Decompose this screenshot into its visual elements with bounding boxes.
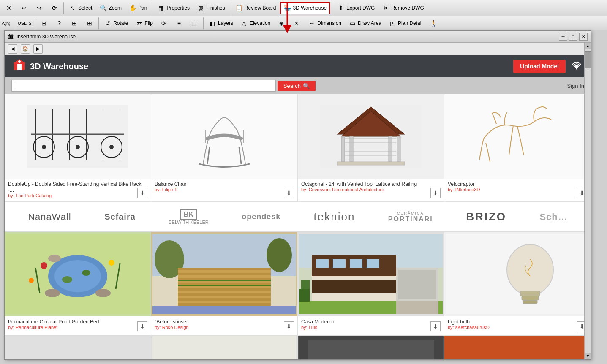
svg-rect-60 — [178, 298, 271, 301]
chair-image — [165, 96, 283, 177]
pan-button[interactable]: ✋ Pan — [125, 2, 150, 14]
icon-btn-4[interactable]: ⟳ — [157, 17, 171, 29]
search-button[interactable]: Search 🔍 — [278, 81, 316, 91]
bulb-image — [446, 234, 589, 314]
dimension-button[interactable]: ↔ Dimension — [305, 17, 344, 29]
svg-point-48 — [29, 278, 34, 283]
forward-button[interactable]: ▶ — [33, 44, 43, 54]
model-author-bulb: by: sKetchasaurus® — [448, 325, 587, 330]
brand-belwith[interactable]: BK BELWITH KEELER — [169, 209, 209, 225]
removedwg-button[interactable]: ✕ Remove DWG — [378, 2, 427, 14]
flip-label: Flip — [145, 20, 153, 26]
download-bikerack-button[interactable]: ⬇ — [137, 188, 147, 198]
help-button[interactable]: ? — [52, 17, 66, 29]
plandetail-button[interactable]: ◳ Plan Detail — [385, 17, 425, 29]
undo-button[interactable]: ↩ — [17, 2, 31, 14]
scroll-thumb[interactable] — [585, 51, 591, 68]
brand-sch[interactable]: Sch… — [539, 212, 567, 223]
svg-rect-27 — [350, 136, 353, 162]
brand-portinari[interactable]: CERÂMICA PORTINARI — [388, 211, 433, 223]
person-button[interactable]: 🚶 — [426, 17, 441, 29]
icon-btn-5[interactable]: ≡ — [172, 17, 186, 29]
select-button[interactable]: ↖ Select — [65, 2, 95, 14]
svg-point-81 — [507, 244, 553, 295]
close-button[interactable]: ✕ — [2, 2, 16, 14]
properties-button[interactable]: ▦ Properties — [154, 2, 193, 14]
rotate-button[interactable]: ↺ Rotate — [101, 17, 131, 29]
usd-label: USD $ — [18, 21, 31, 26]
model-thumb-casa — [298, 232, 444, 316]
icon-btn-6[interactable]: ◫ — [187, 17, 201, 29]
icon-btn-8[interactable]: ✕ — [289, 17, 304, 29]
brand-brizo[interactable]: BRIZO — [466, 210, 506, 223]
exportdwg-label: Export DWG — [346, 5, 375, 11]
icon-btn-2[interactable]: ⊞ — [67, 17, 82, 29]
model-thumb-dino — [444, 94, 591, 179]
svg-point-5 — [18, 60, 21, 63]
maximize-button[interactable]: □ — [569, 33, 577, 41]
brand-sefaira[interactable]: Sefaira — [104, 212, 136, 222]
brand-nanawall[interactable]: NanaWall — [28, 212, 71, 223]
casa-image — [299, 234, 443, 314]
separator — [203, 17, 204, 29]
model-card-sunset: "Before sunset" by: Roko Design ⬇ — [151, 232, 298, 335]
model-thumb-bikerack — [5, 94, 151, 179]
svg-rect-35 — [458, 96, 577, 177]
download-casa-button[interactable]: ⬇ — [430, 321, 441, 331]
search-input[interactable] — [11, 80, 276, 92]
exportdwg-button[interactable]: ⬆ Export DWG — [334, 2, 378, 14]
model-author-sunset: by: Roko Design — [155, 325, 294, 330]
elevation-button[interactable]: △ Elevation — [237, 17, 273, 29]
svg-rect-70 — [316, 259, 329, 268]
upload-model-button[interactable]: Upload Model — [513, 60, 566, 73]
partial3-image — [299, 336, 443, 359]
scroll-down-button[interactable]: ▼ — [585, 353, 591, 359]
help-icon: ? — [55, 19, 63, 27]
svg-rect-73 — [367, 259, 379, 268]
x-icon: ✕ — [292, 19, 301, 27]
zoom-button[interactable]: 🔍 Zoom — [96, 2, 125, 14]
svg-point-16 — [42, 145, 46, 149]
svg-rect-77 — [396, 301, 438, 314]
rotate-icon: ↺ — [103, 19, 112, 27]
model-thumb-sunset — [151, 232, 297, 316]
scrollbar[interactable]: ▲ ▼ — [584, 43, 591, 359]
reviewboard-button[interactable]: 📋 Review Board — [232, 2, 279, 14]
download-chair-button[interactable]: ⬇ — [284, 188, 294, 198]
signin-link[interactable]: Sign In — [567, 83, 584, 89]
close-icon: ✕ — [5, 4, 13, 12]
svg-point-38 — [54, 260, 101, 292]
brand-opendesk[interactable]: opendesk — [242, 212, 280, 221]
warehouse-button[interactable]: 🏪 3D Warehouse — [280, 2, 330, 14]
layers-button[interactable]: ◧ Layers — [205, 17, 236, 29]
svg-rect-69 — [312, 280, 396, 293]
download-sunset-button[interactable]: ⬇ — [284, 321, 294, 331]
redo-button[interactable]: ↪ — [32, 2, 46, 14]
drawarea-button[interactable]: ▭ Draw Area — [345, 17, 384, 29]
back-button[interactable]: ◀ — [8, 44, 17, 54]
model-name-casa: Casa Moderna — [301, 319, 441, 325]
brand-teknion[interactable]: teknion — [314, 210, 355, 223]
minimize-button[interactable]: ─ — [559, 33, 567, 41]
refresh-button[interactable]: ⟳ — [47, 2, 62, 14]
warehouse-content[interactable]: DoubleUp - Double Sided Free-Standing Ve… — [5, 94, 591, 359]
svg-point-44 — [95, 289, 111, 297]
download-gazebo-button[interactable]: ⬇ — [430, 188, 441, 198]
scroll-up-button[interactable]: ▲ — [585, 43, 591, 49]
download-pond-button[interactable]: ⬇ — [137, 321, 147, 331]
flip-button[interactable]: ⇄ Flip — [132, 17, 156, 29]
icon-btn-1[interactable]: ⊞ — [37, 17, 51, 29]
sunset-image — [152, 234, 296, 314]
model-card-dino: Velociraptor by: INterface3D ⬇ — [444, 94, 591, 202]
svg-rect-25 — [341, 136, 345, 162]
icon-btn-7[interactable]: ◈ — [274, 17, 289, 29]
partial1-image — [6, 336, 150, 359]
model-grid-row2: Permaculture Circular Pond Garden Bed by… — [5, 232, 591, 336]
finishes-button[interactable]: ▨ Finishes — [193, 2, 228, 14]
window-close-button[interactable]: ✕ — [579, 33, 588, 41]
warehouse-logo: 3D Warehouse — [13, 59, 88, 73]
icon-btn-3[interactable]: ⊞ — [82, 17, 97, 29]
elevation-label: Elevation — [250, 20, 270, 26]
home-button[interactable]: 🏠 — [21, 44, 30, 54]
svg-point-40 — [82, 270, 90, 276]
